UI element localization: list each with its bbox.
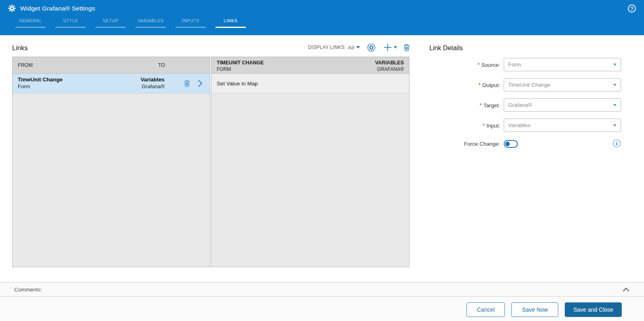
chevron-down-icon: [394, 46, 397, 49]
output-field-row: *Output: TimeUnit Change: [429, 78, 623, 91]
target-value: Grafana®: [508, 102, 532, 108]
display-links-label: DISPLAY LINKS:: [308, 45, 346, 50]
trash-icon: [184, 80, 190, 87]
gear-icon: [8, 4, 16, 12]
info-icon[interactable]: i: [613, 140, 621, 147]
plus-icon: [384, 43, 392, 51]
page-title: Widget Grafana® Settings: [20, 5, 95, 12]
required-marker: *: [483, 122, 485, 129]
cancel-button[interactable]: Cancel: [467, 302, 505, 317]
comments-label: Comments:: [14, 287, 42, 293]
source-field-row: *Source: Form: [429, 58, 623, 71]
auto-map-button[interactable]: [367, 43, 376, 52]
settings-header: Widget Grafana® Settings ? GENERAL STYLE…: [0, 0, 644, 35]
links-table-header: FROM TO: [13, 57, 210, 74]
input-label: Input:: [486, 123, 500, 129]
link-from-cell: TimeUnit Change Form: [18, 76, 63, 90]
link-details-title: Link Details: [429, 45, 463, 52]
mapping-action-row[interactable]: Set Value in Map: [211, 74, 409, 94]
link-to-cell: Variables Grafana®: [141, 76, 165, 90]
target-label: Target:: [484, 102, 500, 108]
save-and-close-button[interactable]: Save and Close: [565, 302, 622, 317]
target-field-row: *Target: Grafana®: [429, 98, 623, 112]
tab-setup[interactable]: SETUP: [95, 18, 126, 28]
display-links-value: All: [348, 45, 354, 51]
expand-link-button[interactable]: [198, 80, 203, 89]
chevron-down-icon: [613, 124, 617, 127]
chevron-right-icon: [198, 80, 203, 87]
mapping-table-header: TIMEUNIT CHANGE FORM VARIABLES GRAFANA®: [211, 57, 409, 74]
output-value: TimeUnit Change: [508, 82, 551, 88]
tab-links[interactable]: LINKS: [215, 18, 246, 28]
target-select[interactable]: Grafana®: [504, 98, 621, 112]
output-label: Output:: [482, 82, 500, 88]
link-row-selected[interactable]: TimeUnit Change Form Variables Grafana®: [13, 74, 210, 94]
links-section-title: Links: [12, 44, 28, 52]
output-select[interactable]: TimeUnit Change: [504, 78, 621, 91]
required-marker: *: [479, 102, 481, 108]
link-mapping-table: TIMEUNIT CHANGE FORM VARIABLES GRAFANA® …: [211, 57, 410, 267]
force-change-label: Force Change:: [429, 141, 504, 147]
delete-links-button[interactable]: [403, 44, 410, 51]
chevron-up-icon[interactable]: [623, 287, 629, 293]
links-toolbar: DISPLAY LINKS: All: [308, 42, 410, 53]
help-icon[interactable]: ?: [628, 4, 636, 13]
input-field-row: *Input: Variables: [429, 119, 623, 132]
sync-gear-icon: [367, 43, 376, 52]
input-value: Variables: [508, 122, 530, 128]
source-label: Source:: [481, 62, 500, 68]
force-change-toggle[interactable]: [504, 140, 518, 148]
delete-link-button[interactable]: [184, 80, 190, 89]
source-select[interactable]: Form: [504, 58, 621, 71]
links-table: FROM TO TimeUnit Change Form Variables G…: [12, 57, 210, 267]
tab-general[interactable]: GENERAL: [15, 18, 46, 28]
source-value: Form: [508, 62, 521, 68]
mapping-header-to: VARIABLES GRAFANA®: [375, 60, 404, 73]
column-header-from: FROM: [18, 62, 33, 68]
tab-style[interactable]: STYLE: [55, 18, 86, 28]
tab-inputs[interactable]: INPUTS: [175, 18, 206, 28]
save-now-button[interactable]: Save Now: [511, 302, 558, 317]
display-links-dropdown[interactable]: DISPLAY LINKS: All: [308, 45, 360, 51]
link-details-form: *Source: Form *Output: TimeUnit Change *…: [429, 58, 623, 155]
chevron-down-icon: [613, 104, 617, 106]
chevron-down-icon: [613, 64, 617, 66]
mapping-header-from: TIMEUNIT CHANGE FORM: [217, 60, 264, 73]
input-select[interactable]: Variables: [504, 119, 621, 132]
required-marker: *: [478, 82, 480, 88]
column-header-to: TO: [158, 62, 165, 68]
force-change-row: Force Change: i: [429, 139, 623, 149]
chevron-down-icon: [613, 84, 617, 86]
trash-icon: [403, 44, 410, 51]
title-row: Widget Grafana® Settings: [8, 4, 95, 12]
footer-buttons: Cancel Save Now Save and Close: [467, 302, 622, 317]
required-marker: *: [477, 62, 479, 68]
footer: Cancel Save Now Save and Close: [0, 297, 644, 321]
tab-variables[interactable]: VARIABLES: [135, 18, 166, 28]
tab-bar: GENERAL STYLE SETUP VARIABLES INPUTS LIN…: [15, 18, 255, 28]
add-link-button[interactable]: [384, 43, 397, 51]
comments-bar: Comments:: [0, 282, 644, 297]
chevron-down-icon: [357, 46, 360, 49]
